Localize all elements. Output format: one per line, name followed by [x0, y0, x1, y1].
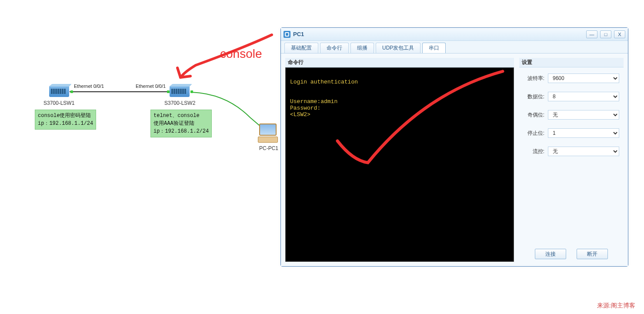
- maximize-button[interactable]: □: [600, 30, 611, 38]
- topology-canvas: Ethernet 0/0/1 S3700-LSW1 Ethernet 0/0/1…: [0, 0, 280, 314]
- parity-label: 奇偶位:: [524, 111, 548, 119]
- flow-label: 流控:: [524, 148, 548, 155]
- link-line-sw1-sw2: [70, 91, 170, 92]
- parity-select[interactable]: 无: [548, 110, 619, 120]
- tab-multicast[interactable]: 组播: [350, 43, 374, 53]
- port-dot-sw2-right: [190, 90, 193, 93]
- note-box-sw2: telnet、console 使用AAA验证登陆 ip：192.168.1.2/…: [150, 110, 212, 137]
- stopbits-select[interactable]: 1: [548, 128, 619, 138]
- disconnect-button[interactable]: 断开: [577, 249, 608, 259]
- terminal-header: 命令行: [285, 58, 514, 67]
- close-button[interactable]: X: [614, 30, 625, 38]
- device-pc1[interactable]: [257, 122, 279, 144]
- port-label-sw1: Ethernet 0/0/1: [74, 84, 104, 89]
- terminal-panel: 命令行 Login authentication Username:admin …: [285, 58, 514, 262]
- tab-udp-tool[interactable]: UDP发包工具: [376, 43, 420, 53]
- device-label-sw1: S3700-LSW1: [43, 100, 74, 106]
- titlebar[interactable]: PC1 — □ X: [281, 28, 628, 41]
- port-dot-sw2: [167, 90, 170, 93]
- stopbits-label: 停止位:: [524, 130, 548, 137]
- settings-panel: 设置 波特率: 9600 数据位: 8 奇偶位: 无: [519, 58, 624, 262]
- minimize-button[interactable]: —: [586, 30, 597, 38]
- tabs-bar: 基础配置 命令行 组播 UDP发包工具 串口: [281, 41, 628, 53]
- terminal-output[interactable]: Login authentication Username:admin Pass…: [285, 67, 514, 262]
- databits-label: 数据位:: [524, 93, 548, 100]
- device-label-sw2: S3700-LSW2: [164, 100, 195, 106]
- device-switch-lsw1[interactable]: [49, 86, 69, 97]
- tab-cmdline[interactable]: 命令行: [320, 43, 349, 53]
- app-icon: [284, 31, 290, 38]
- tab-basic-config[interactable]: 基础配置: [284, 43, 318, 53]
- device-label-pc1: PC-PC1: [259, 145, 278, 151]
- pc1-window: PC1 — □ X 基础配置 命令行 组播 UDP发包工具 串口 命令行 Log…: [280, 27, 628, 267]
- window-title: PC1: [293, 31, 586, 37]
- baud-select[interactable]: 9600: [548, 73, 619, 83]
- baud-label: 波特率:: [524, 75, 548, 82]
- tab-serial[interactable]: 串口: [422, 43, 446, 53]
- flow-select[interactable]: 无: [548, 147, 619, 156]
- settings-header: 设置: [519, 58, 624, 67]
- content-area: 命令行 Login authentication Username:admin …: [281, 53, 628, 266]
- annotation-text-console: console: [220, 47, 262, 61]
- port-dot-sw1: [70, 90, 73, 93]
- databits-select[interactable]: 8: [548, 92, 619, 101]
- device-switch-lsw2[interactable]: [170, 86, 190, 97]
- port-label-sw2: Ethernet 0/0/1: [136, 84, 166, 89]
- source-attribution: 来源:阁主博客: [597, 302, 635, 310]
- note-box-sw1: console使用密码登陆 ip：192.168.1.1/24: [35, 110, 96, 130]
- connect-button[interactable]: 连接: [535, 249, 566, 259]
